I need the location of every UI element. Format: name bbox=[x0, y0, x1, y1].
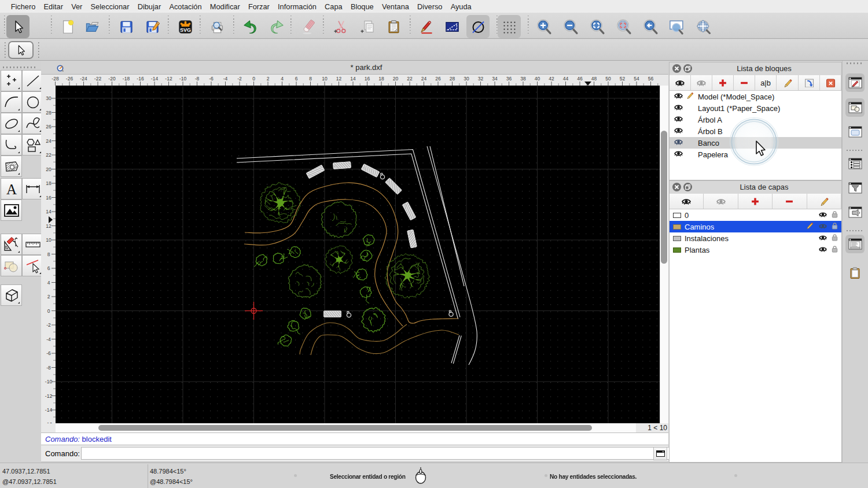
svg-text:18: 18 bbox=[46, 180, 52, 186]
svg-text:A: A bbox=[6, 182, 16, 197]
svg-text:2: 2 bbox=[47, 294, 50, 300]
svg-text:-4: -4 bbox=[223, 76, 228, 82]
svg-text:-18: -18 bbox=[123, 76, 130, 82]
svg-text:-22: -22 bbox=[94, 76, 102, 82]
svg-text:-10: -10 bbox=[179, 76, 187, 82]
svg-text:34: 34 bbox=[492, 76, 498, 82]
svg-text:40: 40 bbox=[535, 76, 540, 82]
svg-text:38: 38 bbox=[520, 76, 526, 82]
svg-text:22: 22 bbox=[407, 76, 413, 82]
svg-text:56: 56 bbox=[648, 76, 654, 82]
svg-text:52: 52 bbox=[620, 76, 626, 82]
svg-text:44: 44 bbox=[563, 76, 569, 82]
svg-text:-26: -26 bbox=[66, 76, 73, 82]
svg-text:-16: -16 bbox=[45, 422, 53, 424]
svg-text:46: 46 bbox=[577, 76, 583, 82]
svg-text:8: 8 bbox=[47, 252, 50, 257]
svg-text:14: 14 bbox=[46, 209, 52, 215]
svg-text:50: 50 bbox=[605, 76, 611, 82]
svg-text:10: 10 bbox=[322, 76, 328, 82]
svg-text:8: 8 bbox=[309, 76, 312, 82]
svg-text:-6: -6 bbox=[209, 76, 214, 82]
svg-text:SVG: SVG bbox=[179, 27, 190, 32]
svg-text:20: 20 bbox=[393, 76, 399, 82]
svg-text:18: 18 bbox=[378, 76, 384, 82]
svg-text:30: 30 bbox=[464, 76, 469, 82]
svg-text:4: 4 bbox=[47, 280, 50, 286]
svg-text:16: 16 bbox=[365, 76, 370, 82]
svg-text:4: 4 bbox=[281, 76, 284, 82]
svg-text:20: 20 bbox=[46, 167, 52, 172]
svg-text:26: 26 bbox=[435, 76, 441, 82]
svg-text:-28: -28 bbox=[52, 76, 59, 82]
svg-text:-10: -10 bbox=[45, 379, 53, 385]
svg-text:-16: -16 bbox=[137, 76, 144, 82]
svg-text:0: 0 bbox=[252, 76, 255, 82]
svg-text:12: 12 bbox=[46, 223, 52, 229]
svg-text:0: 0 bbox=[47, 308, 50, 314]
svg-text:36: 36 bbox=[506, 76, 512, 82]
svg-text:-6: -6 bbox=[46, 350, 51, 356]
svg-text:24: 24 bbox=[421, 76, 427, 82]
svg-text:28: 28 bbox=[450, 76, 455, 82]
svg-text:-14: -14 bbox=[45, 407, 53, 413]
svg-text:22: 22 bbox=[46, 152, 52, 158]
svg-text:30: 30 bbox=[46, 95, 52, 101]
svg-text:26: 26 bbox=[46, 124, 52, 130]
svg-text:-24: -24 bbox=[80, 76, 87, 82]
svg-text:-2: -2 bbox=[237, 76, 242, 82]
svg-text:6: 6 bbox=[295, 76, 298, 82]
svg-text:a|b: a|b bbox=[761, 79, 771, 87]
svg-text:-2: -2 bbox=[46, 322, 51, 328]
svg-text:-8: -8 bbox=[46, 365, 51, 371]
svg-text:16: 16 bbox=[46, 195, 52, 201]
svg-text:2: 2 bbox=[267, 76, 270, 82]
svg-text:24: 24 bbox=[46, 138, 52, 144]
svg-text:-12: -12 bbox=[165, 76, 172, 82]
svg-text:32: 32 bbox=[478, 76, 484, 82]
svg-text:-14: -14 bbox=[151, 76, 159, 82]
svg-text:14: 14 bbox=[350, 76, 356, 82]
svg-text:6: 6 bbox=[47, 265, 50, 271]
svg-text:48: 48 bbox=[591, 76, 597, 82]
svg-text:-4: -4 bbox=[46, 337, 51, 342]
svg-text:42: 42 bbox=[549, 76, 554, 82]
svg-text:-8: -8 bbox=[195, 76, 200, 82]
svg-text:28: 28 bbox=[46, 110, 52, 116]
svg-text:-20: -20 bbox=[108, 76, 116, 82]
svg-text:12: 12 bbox=[336, 76, 342, 82]
svg-text:54: 54 bbox=[634, 76, 639, 82]
svg-text:10: 10 bbox=[46, 237, 52, 243]
svg-text:-12: -12 bbox=[45, 393, 53, 399]
